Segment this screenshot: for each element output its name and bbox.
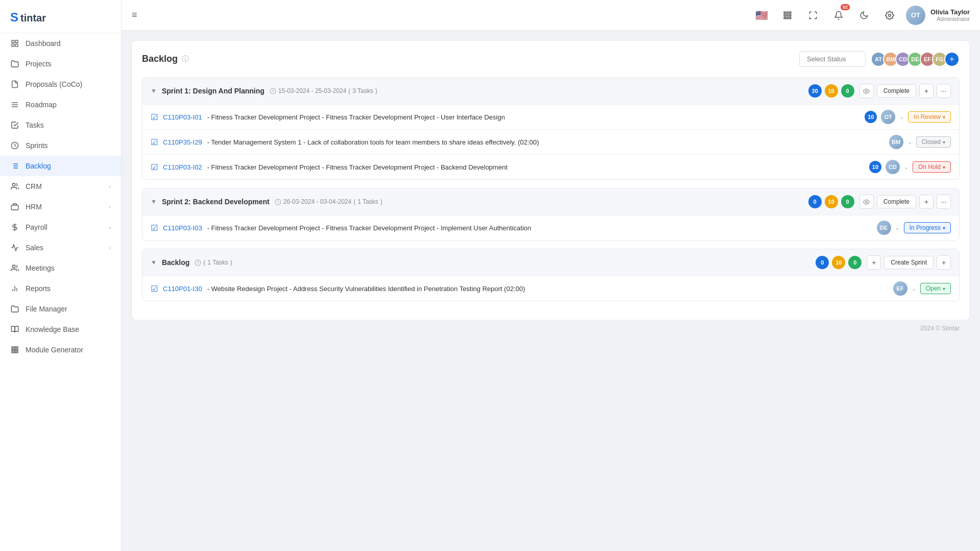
sidebar-item-sprints[interactable]: Sprints — [0, 135, 121, 156]
create-sprint-button[interactable]: Create Sprint — [884, 256, 934, 269]
sprint-1-complete-button[interactable]: Complete — [877, 84, 916, 98]
task-right: DE ⌄ In Progress ▾ — [877, 221, 951, 235]
task-checkbox[interactable]: ☑ — [151, 162, 158, 172]
theme-toggle-button[interactable] — [855, 6, 873, 25]
svg-rect-20 — [12, 351, 13, 353]
info-icon[interactable]: ⓘ — [182, 55, 189, 64]
status-select[interactable]: Select Status — [799, 51, 866, 67]
backlog-section: ▼ Backlog (1 Tasks) 0 10 0 + Create Spr — [142, 249, 960, 301]
sprint-2-task-count: 1 Tasks — [357, 198, 378, 205]
sprint-2-complete-button[interactable]: Complete — [877, 195, 916, 208]
sidebar-item-projects-label: Projects — [26, 60, 111, 68]
apps-button[interactable] — [778, 6, 797, 25]
task-checkbox[interactable]: ☑ — [151, 137, 158, 147]
task-status[interactable]: Open ▾ — [920, 283, 951, 294]
sprint-2-add-button[interactable]: + — [919, 195, 934, 209]
expand-icon — [808, 11, 818, 20]
backlog-add-icon-button[interactable]: + — [867, 255, 881, 270]
svg-rect-23 — [784, 12, 785, 13]
menu-toggle-button[interactable]: ≡ — [132, 10, 137, 20]
task-text: - Fitness Tracker Development Project - … — [207, 163, 864, 171]
task-chevron-icon[interactable]: ⌄ — [912, 285, 916, 292]
dashboard-icon — [10, 39, 19, 48]
avatar: OT — [906, 6, 925, 25]
sprint-1-add-button[interactable]: + — [919, 84, 934, 98]
svg-rect-4 — [12, 44, 14, 46]
status-dropdown-arrow: ▾ — [943, 164, 945, 170]
sidebar-item-sales[interactable]: Sales › — [0, 237, 121, 258]
sidebar-item-reports[interactable]: Reports — [0, 278, 121, 299]
task-row: ☑ C110P35-I29 - Tender Management System… — [142, 129, 959, 154]
sidebar-item-dashboard[interactable]: Dashboard — [0, 33, 121, 54]
task-status[interactable]: In Progress ▾ — [904, 222, 951, 233]
sidebar-item-knowledge-base[interactable]: Knowledge Base — [0, 319, 121, 340]
sprint-2-eye-button[interactable] — [859, 195, 874, 209]
task-id[interactable]: C110P35-I29 — [163, 138, 202, 146]
task-text: - Website Redesign Project - Address Sec… — [207, 285, 888, 293]
settings-button[interactable] — [880, 6, 899, 25]
sidebar-item-file-manager[interactable]: File Manager — [0, 299, 121, 319]
sidebar-item-hrm[interactable]: HRM › — [0, 197, 121, 217]
language-selector[interactable]: 🇺🇸 — [753, 6, 771, 25]
sidebar-item-projects[interactable]: Projects — [0, 54, 121, 74]
sprint-1-header[interactable]: ▼ Sprint 1: Design And Planning 15-03-20… — [142, 78, 959, 104]
sidebar-item-meetings-label: Meetings — [26, 264, 111, 272]
task-status-label: Closed — [922, 138, 941, 146]
svg-rect-24 — [786, 12, 788, 13]
sidebar-item-meetings[interactable]: Meetings — [0, 258, 121, 278]
task-id[interactable]: C110P03-I01 — [163, 113, 202, 121]
sprint-2-more-button[interactable]: ··· — [937, 195, 951, 209]
projects-icon — [10, 59, 19, 68]
task-row: ☑ C110P03-I01 - Fitness Tracker Developm… — [142, 104, 959, 129]
task-checkbox[interactable]: ☑ — [151, 284, 158, 294]
sprint-1-eye-button[interactable] — [859, 84, 874, 98]
payroll-icon — [10, 223, 19, 232]
flag-icon: 🇺🇸 — [755, 9, 768, 21]
task-status[interactable]: Closed ▾ — [916, 136, 951, 148]
task-checkbox[interactable]: ☑ — [151, 223, 158, 233]
task-row: ☑ C110P01-I30 - Website Redesign Project… — [142, 276, 959, 301]
hrm-arrow-icon: › — [109, 204, 111, 210]
task-badge-num: 10 — [865, 111, 877, 123]
notifications-button[interactable]: 52 — [829, 6, 848, 25]
sidebar-item-module-generator[interactable]: Module Generator — [0, 340, 121, 360]
backlog-section-header[interactable]: ▼ Backlog (1 Tasks) 0 10 0 + Create Spr — [142, 249, 959, 276]
tasks-icon — [10, 121, 19, 130]
sprint-1-more-button[interactable]: ··· — [937, 84, 951, 98]
svg-rect-29 — [784, 17, 785, 18]
badge-orange: 10 — [825, 195, 838, 208]
collapse-icon: ▼ — [151, 259, 157, 266]
task-status[interactable]: In Review ▾ — [908, 111, 951, 123]
bell-icon — [834, 11, 843, 20]
sidebar-item-roadmap[interactable]: Roadmap — [0, 94, 121, 115]
clock-icon — [270, 88, 276, 94]
task-checkbox[interactable]: ☑ — [151, 112, 158, 122]
task-chevron-icon[interactable]: ⌄ — [907, 139, 912, 146]
task-chevron-icon[interactable]: ⌄ — [895, 225, 900, 231]
sidebar-item-crm[interactable]: CRM › — [0, 176, 121, 197]
task-id[interactable]: C110P03-I03 — [163, 224, 202, 232]
task-status[interactable]: On Hold ▾ — [913, 161, 951, 173]
task-chevron-icon[interactable]: ⌄ — [899, 114, 904, 121]
user-name: Olivia Taylor — [930, 8, 970, 16]
task-id[interactable]: C110P03-I02 — [163, 163, 202, 171]
sidebar-item-tasks[interactable]: Tasks — [0, 115, 121, 135]
sidebar-item-file-manager-label: File Manager — [26, 305, 111, 313]
task-id[interactable]: C110P01-I30 — [163, 285, 202, 293]
backlog-more-button[interactable]: + — [937, 255, 951, 270]
user-profile[interactable]: OT Olivia Taylor Administrator — [906, 6, 970, 25]
badge-blue: 0 — [816, 256, 829, 269]
user-role: Administrator — [930, 16, 970, 22]
sprint-2-header[interactable]: ▼ Sprint 2: Backend Development 26-03-20… — [142, 188, 959, 215]
fullscreen-button[interactable] — [804, 6, 822, 25]
badge-green: 0 — [841, 195, 854, 208]
sidebar-item-backlog[interactable]: Backlog — [0, 156, 121, 176]
sidebar-item-proposals[interactable]: Proposals (CoCo) — [0, 74, 121, 94]
sprint-2-actions: Complete + ··· — [859, 195, 951, 209]
task-avatar: DE — [877, 221, 891, 235]
svg-rect-2 — [12, 40, 14, 43]
add-member-button[interactable]: + — [944, 52, 960, 67]
sidebar-logo: S tintar — [0, 0, 121, 33]
sidebar-item-payroll[interactable]: Payroll › — [0, 217, 121, 237]
task-chevron-icon[interactable]: ⌄ — [904, 164, 909, 171]
